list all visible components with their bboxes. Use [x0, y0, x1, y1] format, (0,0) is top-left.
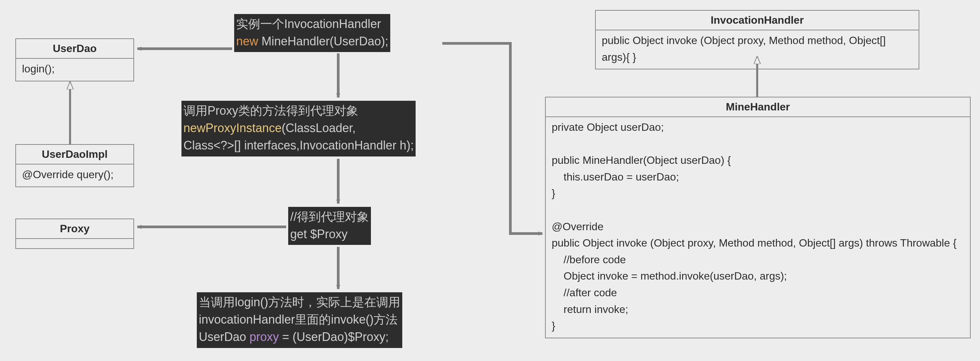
code1-line2-rest: MineHandler(UserDao)	[258, 34, 385, 48]
code2-line1: 调用Proxy类的方法得到代理对象	[183, 104, 358, 118]
uml-userdao: UserDao login();	[15, 38, 134, 81]
arrow-code1-to-minehandler	[442, 43, 542, 234]
code3-line1: //得到代理对象	[290, 210, 369, 224]
code2-method: newProxyInstance	[183, 121, 282, 135]
code3-line2: get $Proxy	[290, 227, 348, 241]
code2-comma1: ,	[352, 121, 356, 135]
code4-semi: ;	[385, 330, 388, 344]
code2-semi: ;	[410, 138, 414, 152]
uml-minehandler-body: private Object userDao; public MineHandl…	[546, 117, 970, 338]
code4-line3b: = (UserDao)$Proxy	[279, 330, 385, 344]
uml-invocationhandler-title: InvocationHandler	[596, 11, 919, 30]
uml-proxy-title: Proxy	[16, 219, 134, 239]
code1-new-keyword: new	[236, 34, 258, 48]
code-box-proxy-cast: 当调用login()方法时，实际上是在调用 invocationHandler里…	[197, 292, 402, 348]
code2-comma2: ,	[296, 138, 299, 152]
uml-userdao-title: UserDao	[16, 39, 134, 59]
uml-invocationhandler-body: public Object invoke (Object proxy, Meth…	[596, 30, 919, 69]
uml-userdaoimpl-body: @Override query();	[16, 164, 134, 186]
uml-userdaoimpl-title: UserDaoImpl	[16, 145, 134, 164]
uml-minehandler: MineHandler private Object userDao; publ…	[545, 97, 970, 338]
code1-semi: ;	[385, 34, 388, 48]
code4-proxy-keyword: proxy	[250, 330, 279, 344]
uml-userdao-body: login();	[16, 59, 134, 81]
code2-args1: (ClassLoader	[282, 121, 352, 135]
code4-line1: 当调用login()方法时，实际上是在调用	[199, 295, 400, 309]
code4-line2: invocationHandler里面的invoke()方法	[199, 313, 398, 326]
uml-userdaoimpl: UserDaoImpl @Override query();	[15, 144, 134, 187]
uml-minehandler-title: MineHandler	[546, 97, 970, 117]
code2-args2: Class<?>[] interfaces	[183, 138, 296, 152]
uml-proxy-body	[16, 239, 134, 248]
code4-line3a: UserDao	[199, 330, 250, 344]
uml-invocationhandler: InvocationHandler public Object invoke (…	[595, 10, 919, 69]
code-box-newproxyinstance: 调用Proxy类的方法得到代理对象 newProxyInstance(Class…	[181, 101, 415, 156]
code2-args3: InvocationHandler h)	[299, 138, 410, 152]
code-box-get-proxy: //得到代理对象 get $Proxy	[288, 207, 371, 245]
code-box-new-handler: 实例一个InvocationHandler new MineHandler(Us…	[234, 14, 390, 52]
code1-line1: 实例一个InvocationHandler	[236, 17, 381, 31]
uml-proxy: Proxy	[15, 218, 134, 249]
